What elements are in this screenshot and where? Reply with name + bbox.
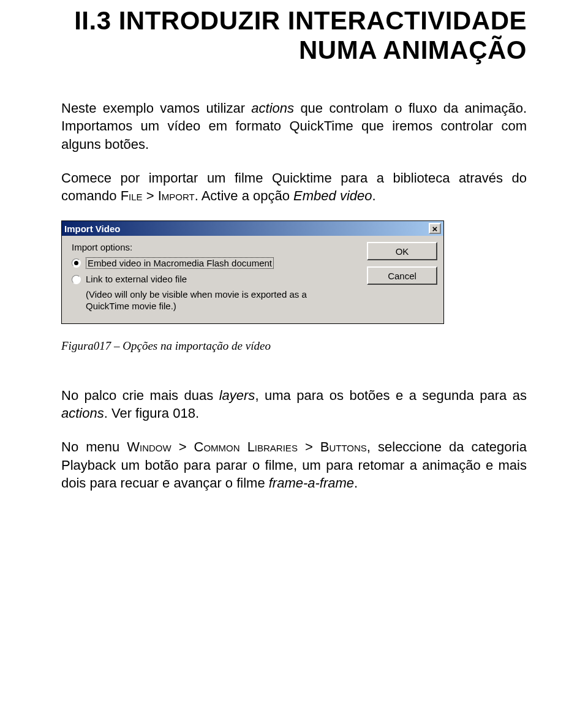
text: , uma para os botões e a segunda para as [255, 388, 527, 403]
text: . Active a opção [195, 188, 293, 203]
menu-path: File > Import [121, 188, 195, 203]
import-video-dialog: Import Video × Import options: Embed vid… [61, 220, 444, 324]
paragraph-4: No menu Window > Common Libraries > Butt… [61, 438, 527, 492]
title-line-1: II.3 INTRODUZIR INTERACTIVIDADE [74, 6, 527, 35]
text-italic: layers [219, 388, 255, 403]
paragraph-1: Neste exemplo vamos utilizar actions que… [61, 99, 527, 154]
text-italic: Embed video [293, 188, 372, 203]
text: . [354, 475, 358, 491]
options-label: Import options: [72, 242, 351, 252]
dialog-options: Import options: Embed video in Macromedi… [72, 242, 351, 312]
dialog-body: Import options: Embed video in Macromedi… [62, 236, 443, 323]
dialog-title: Import Video [64, 224, 120, 234]
text: . [372, 188, 376, 203]
ok-button[interactable]: OK [367, 242, 437, 260]
dialog-titlebar: Import Video × [62, 221, 443, 236]
option-link-note: (Video will only be visible when movie i… [86, 289, 351, 312]
cancel-button-label: Cancel [388, 271, 417, 281]
option-link-label: Link to external video file [86, 274, 187, 284]
cancel-button[interactable]: Cancel [367, 266, 437, 285]
text: Neste exemplo vamos utilizar [61, 100, 251, 116]
text-italic: actions [251, 100, 294, 116]
ok-button-label: OK [396, 246, 409, 257]
figure-dialog: Import Video × Import options: Embed vid… [61, 220, 527, 324]
title-line-2: NUMA ANIMAÇÃO [299, 36, 527, 64]
dialog-buttons: OK Cancel [367, 242, 437, 312]
text: No palco crie mais duas [61, 388, 219, 403]
page-heading: II.3 INTRODUZIR INTERACTIVIDADE NUMA ANI… [61, 6, 527, 66]
option-link[interactable]: Link to external video file [72, 274, 351, 284]
radio-unselected-icon [72, 275, 81, 284]
paragraph-3: No palco crie mais duas layers, uma para… [61, 386, 527, 423]
close-icon[interactable]: × [429, 223, 441, 234]
option-embed[interactable]: Embed video in Macromedia Flash document [72, 257, 351, 269]
text-italic: actions [61, 405, 104, 421]
paragraph-2: Comece por importar um filme Quicktime p… [61, 169, 527, 205]
close-glyph: × [432, 224, 438, 234]
text-italic: frame-a-frame [269, 475, 354, 491]
radio-selected-icon [72, 258, 81, 268]
text: No menu [61, 439, 127, 454]
figure-caption: Figura017 – Opções na importação de víde… [61, 339, 527, 353]
text: . Ver figura 018. [104, 405, 199, 421]
menu-path: Window > Common Libraries > Buttons [127, 439, 367, 454]
option-embed-label: Embed video in Macromedia Flash document [86, 257, 274, 269]
